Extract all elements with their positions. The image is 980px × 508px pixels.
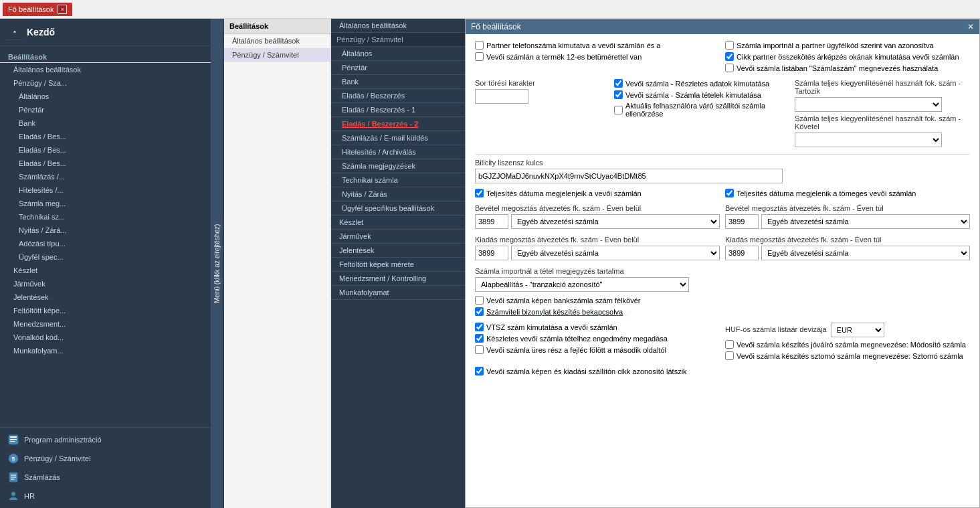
bevetal-even-belul-num[interactable] bbox=[475, 214, 508, 229]
svg-point-12 bbox=[11, 492, 15, 496]
kiadas-even-tul-num[interactable] bbox=[725, 246, 759, 260]
checkbox-teljesites-vevoi-input[interactable] bbox=[475, 189, 484, 197]
checkbox-sztorno-input[interactable] bbox=[725, 351, 734, 360]
sidebar-item-technikai[interactable]: Technikai sz... bbox=[5, 210, 224, 224]
checkbox-szamla-import-partner-input[interactable] bbox=[725, 41, 734, 50]
checkbox-szamviteli-label: Számviteli bizonylat készítés bekapcsolv… bbox=[486, 308, 623, 316]
sidebar-item-bank[interactable]: Bank bbox=[5, 116, 224, 130]
sidebar-item-ugyfel[interactable]: Ügyfél spec... bbox=[5, 250, 224, 264]
penzugyi-item-eladás-beszerzes-2[interactable]: Eladás / Beszerzés - 2 bbox=[331, 117, 465, 131]
sidebar-item-menedzsment[interactable]: Menedzsment... bbox=[0, 317, 224, 331]
checkbox-partner-tel-input[interactable] bbox=[475, 41, 484, 50]
bevetal-even-belul-label: Bevétel megosztás átvezetés fk. szám - É… bbox=[475, 204, 720, 212]
penzugyi-item-munkafolyamat[interactable]: Munkafolyamat bbox=[331, 286, 465, 300]
checkbox-bankszam-felkover-input[interactable] bbox=[475, 296, 484, 305]
checkbox-vtsz-input[interactable] bbox=[475, 323, 484, 331]
kiadas-even-belul-row: Egyéb átvezetési számla bbox=[475, 246, 720, 260]
checkbox-vevoi-termek-input[interactable] bbox=[475, 52, 484, 61]
sidebar-item-keszlet[interactable]: Készlet bbox=[0, 264, 224, 277]
penzugyi-item-szamlazas[interactable]: Számlázás / E-mail küldés bbox=[331, 131, 465, 145]
program-admin-icon bbox=[8, 434, 19, 445]
sidebar-item-jarmuvek[interactable]: Járművek bbox=[0, 277, 224, 290]
sidebar-header: Kezdő bbox=[0, 19, 224, 46]
beallitasok-item-altalanos[interactable]: Általános beállítások bbox=[224, 37, 330, 48]
form-row-2: Sor törési karakter Vevői számla - Részl… bbox=[475, 79, 970, 150]
sidebar-item-hitelesites[interactable]: Hitelesítés /... bbox=[5, 183, 224, 197]
checkbox-cikk-azonosito-input[interactable] bbox=[475, 367, 484, 375]
checkbox-szamviteli: Számviteli bizonylat készítés bekapcsolv… bbox=[475, 307, 970, 316]
sidebar-item-feltoltott[interactable]: Feltöltött képe... bbox=[0, 304, 224, 317]
checkbox-vevoi-lista-input[interactable] bbox=[725, 64, 734, 72]
penzugyi-item-jelentesek[interactable]: Jelentések bbox=[331, 244, 465, 258]
svg-rect-4 bbox=[10, 439, 17, 440]
sidebar-item-penztar[interactable]: Pénztár bbox=[5, 103, 224, 116]
penzugyi-item-eladás-beszerzes[interactable]: Eladás / Beszerzés bbox=[331, 89, 465, 103]
checkbox-vevoi-tetelek-input[interactable] bbox=[614, 90, 623, 99]
sidebar-bottom-szamlazas[interactable]: Számlázás bbox=[0, 468, 224, 487]
sidebar-collapse-button[interactable]: Menü (klikk az elrejtéshez) bbox=[211, 19, 224, 508]
hr-icon bbox=[8, 491, 19, 501]
penzugyi-item-altalanos[interactable]: Általános bbox=[331, 47, 465, 61]
sidebar-bottom-hr[interactable]: HR bbox=[0, 487, 224, 505]
szamla-import-select[interactable]: Alapbeállítás - "tranzakció azonosító" bbox=[475, 277, 689, 292]
sidebar-item-penzugy[interactable]: Pénzügy / Sza... bbox=[0, 76, 224, 90]
bevetal-even-tul-select[interactable]: Egyéb átvezetési számla bbox=[761, 214, 970, 229]
sidebar-item-szamla-megj[interactable]: Számla meg... bbox=[5, 197, 224, 210]
penzugyi-item-technikai[interactable]: Technikai számla bbox=[331, 173, 465, 187]
sidebar-item-szamlazas[interactable]: Számlázás /... bbox=[5, 170, 224, 183]
sidebar-item-munkafolyam[interactable]: Munkafolyam... bbox=[0, 344, 224, 357]
sidebar-item-jelentesek[interactable]: Jelentések bbox=[0, 290, 224, 304]
szamla-teljes-label1: Számla teljes kiegyenlítésénél használt … bbox=[795, 79, 970, 95]
huf-select[interactable]: EUR HUF USD bbox=[831, 323, 884, 337]
szamla-teljes-select2[interactable] bbox=[795, 133, 942, 147]
top-tab-fo-beallitasok[interactable]: Fő beállítások × bbox=[3, 3, 72, 16]
sidebar-item-eladás-3[interactable]: Eladás / Bes... bbox=[5, 157, 224, 170]
teljesites-row: Teljesítés dátuma megjelenjeik a vevői s… bbox=[475, 189, 970, 200]
checkbox-vevoi-reszletes-input[interactable] bbox=[614, 79, 623, 88]
penzugyi-item-eladás-beszerzes-1[interactable]: Eladás / Beszerzés - 1 bbox=[331, 103, 465, 117]
beallitasok-item-penzugy[interactable]: Pénzügy / Számvitel bbox=[224, 48, 330, 62]
penzugyi-item-ugyfel[interactable]: Ügyfél specifikus beállítások bbox=[331, 201, 465, 216]
sidebar-item-eladás-2[interactable]: Eladás / Bes... bbox=[5, 143, 224, 157]
sidebar-item-eladás-1[interactable]: Eladás / Bes... bbox=[5, 130, 224, 143]
penzugyi-item-feltoltott[interactable]: Feltöltött képek mérete bbox=[331, 258, 465, 272]
billcity-input[interactable] bbox=[475, 169, 783, 183]
bevetal-even-tul-num[interactable] bbox=[725, 214, 759, 229]
close-tab-button[interactable]: × bbox=[58, 5, 67, 14]
penzugyi-item-hitelesites[interactable]: Hitelesítés / Archiválás bbox=[331, 145, 465, 159]
bevetal-even-tul-col: Bevétel megosztás átvezetés fk. szám - É… bbox=[725, 204, 970, 232]
sidebar-bottom-penzugy[interactable]: $ Pénzügy / Számvitel bbox=[0, 449, 224, 468]
checkbox-teljesites-tomeges-input[interactable] bbox=[725, 189, 734, 197]
divider-1 bbox=[475, 154, 970, 155]
checkbox-vevoi-reszletes: Vevői számla - Részletes adatok kimutatá… bbox=[614, 79, 789, 88]
penzugyi-item-szamla-megjegyzes[interactable]: Számla megjegyzések bbox=[331, 159, 465, 173]
sidebar-item-altalanos-beallitasok[interactable]: Általános beállítások bbox=[0, 63, 224, 76]
sidebar-bottom-program-admin[interactable]: Program adminisztráció bbox=[0, 430, 224, 449]
checkbox-jovairó-input[interactable] bbox=[725, 340, 734, 349]
bevetal-even-belul-select[interactable]: Egyéb átvezetési számla bbox=[511, 214, 720, 229]
penzugyi-item-jarmuvek[interactable]: Járművek bbox=[331, 230, 465, 244]
kiadas-even-tul-select[interactable]: Egyéb átvezetési számla bbox=[761, 246, 970, 260]
sidebar-item-altalanos[interactable]: Általános bbox=[5, 90, 224, 103]
penzugyi-item-keszlet[interactable]: Készlet bbox=[331, 216, 465, 230]
beallitasok-left-menu: Beállítások Általános beállítások Pénzüg… bbox=[224, 37, 331, 508]
kiadas-even-belul-select[interactable]: Egyéb átvezetési számla bbox=[511, 246, 720, 260]
sor-toresi-input[interactable] bbox=[475, 89, 528, 104]
sidebar-item-adozasi[interactable]: Adózási típu... bbox=[5, 237, 224, 250]
kiadas-even-tul-col: Kiadás megosztás átvezetés fk. szám - Év… bbox=[725, 236, 970, 263]
kiadas-even-belul-num[interactable] bbox=[475, 246, 508, 260]
szamla-teljes-select1[interactable] bbox=[795, 97, 942, 112]
sidebar-item-vonalkod[interactable]: Vonalkód kód... bbox=[0, 331, 224, 344]
sidebar-item-nyitas[interactable]: Nyitás / Zárá... bbox=[5, 224, 224, 237]
checkbox-ures-resz-input[interactable] bbox=[475, 345, 484, 354]
penzugyi-item-nyitas[interactable]: Nyitás / Zárás bbox=[331, 187, 465, 201]
checkbox-aktualis-szallitoi-input[interactable] bbox=[614, 106, 623, 114]
checkbox-vtsz: VTSZ szám kimutatása a vevői számlán bbox=[475, 323, 720, 331]
checkbox-partner-tel: Partner telefonszáma kimutatva a vevői s… bbox=[475, 41, 720, 50]
checkbox-cikk-partner-input[interactable] bbox=[725, 52, 734, 61]
checkbox-keszletes-input[interactable] bbox=[475, 334, 484, 343]
penzugyi-item-menedzsment[interactable]: Menedzsment / Kontrolling bbox=[331, 272, 465, 286]
checkbox-szamviteli-input[interactable] bbox=[475, 307, 484, 316]
penzugyi-item-penztar[interactable]: Pénztár bbox=[331, 61, 465, 75]
penzugyi-item-bank[interactable]: Bank bbox=[331, 75, 465, 89]
